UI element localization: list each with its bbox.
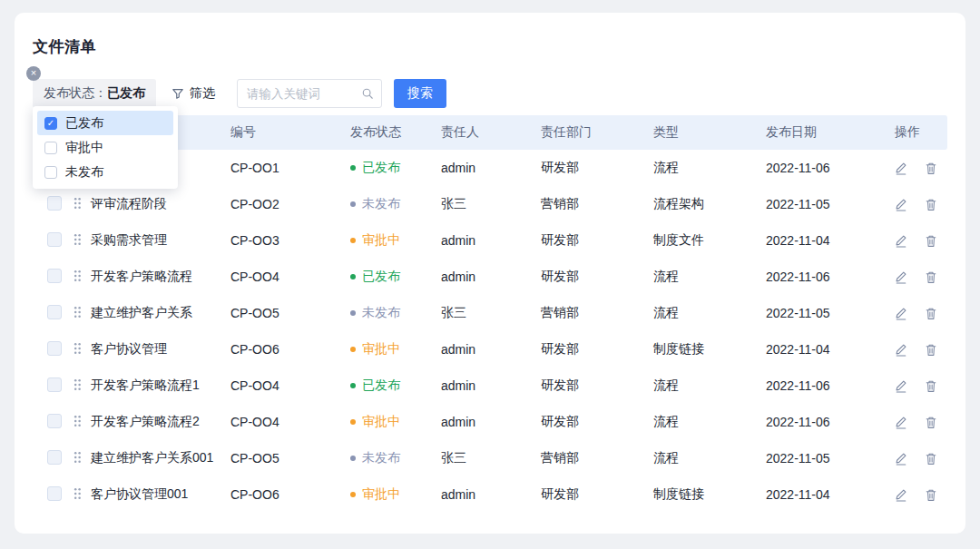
drag-handle-icon[interactable] (74, 378, 82, 391)
edit-icon[interactable] (895, 270, 907, 284)
remove-filter-icon[interactable]: × (26, 66, 41, 81)
row-checkbox[interactable] (47, 341, 62, 356)
status-option-label: 审批中 (65, 140, 103, 156)
status-option-label: 未发布 (65, 164, 103, 181)
row-code: CP-OO4 (230, 378, 350, 393)
row-checkbox[interactable] (47, 450, 62, 465)
delete-icon[interactable] (925, 234, 937, 248)
row-name: 建立维护客户关系 (91, 305, 230, 321)
delete-icon[interactable] (925, 379, 937, 393)
drag-handle-icon[interactable] (74, 487, 82, 500)
delete-icon[interactable] (925, 488, 937, 502)
row-status: 审批中 (350, 414, 441, 430)
status-dot-icon (350, 165, 356, 171)
row-code: CP-OO4 (230, 415, 350, 429)
checkbox-checked-icon[interactable]: ✓ (44, 117, 57, 130)
row-dept: 研发部 (541, 269, 653, 285)
status-option-审批中[interactable]: 审批中 (37, 135, 173, 160)
col-header-actions: 操作 (895, 124, 947, 141)
row-status: 审批中 (350, 232, 441, 249)
row-date: 2022-11-04 (766, 233, 895, 248)
row-date: 2022-11-05 (766, 306, 895, 320)
toolbar: × 发布状态：已发布 筛选 搜索 (33, 79, 947, 108)
table-row: 开发客户策略流程2 CP-OO4 审批中 admin 研发部 流程 2022-1… (33, 404, 947, 440)
row-name: 开发客户策略流程1 (91, 377, 230, 394)
delete-icon[interactable] (925, 162, 937, 175)
checkbox-icon[interactable] (44, 166, 57, 179)
row-dept: 营销部 (541, 305, 653, 321)
edit-icon[interactable] (895, 488, 907, 502)
row-dept: 研发部 (541, 486, 653, 503)
edit-icon[interactable] (895, 198, 907, 211)
drag-handle-icon[interactable] (74, 342, 82, 355)
filter-button[interactable]: 筛选 (172, 85, 215, 102)
status-option-已发布[interactable]: ✓已发布 (37, 111, 173, 135)
row-dept: 研发部 (541, 232, 653, 249)
drag-handle-icon[interactable] (74, 451, 82, 464)
row-checkbox[interactable] (47, 196, 62, 211)
status-option-未发布[interactable]: 未发布 (37, 160, 173, 184)
drag-handle-icon[interactable] (74, 415, 82, 427)
row-checkbox[interactable] (47, 232, 62, 247)
edit-icon[interactable] (895, 379, 907, 393)
delete-icon[interactable] (925, 198, 937, 211)
row-date: 2022-11-06 (766, 161, 895, 175)
delete-icon[interactable] (925, 416, 937, 429)
row-owner: admin (441, 161, 541, 175)
row-status: 未发布 (350, 196, 441, 212)
row-code: CP-OO5 (230, 451, 350, 466)
row-dept: 营销部 (541, 196, 653, 212)
row-checkbox[interactable] (47, 414, 62, 428)
row-date: 2022-11-05 (766, 451, 895, 466)
row-type: 流程 (653, 450, 766, 466)
status-dot-icon (350, 492, 356, 497)
row-checkbox[interactable] (47, 269, 62, 283)
table-row: 开发客户策略流程 CP-OO4 已发布 admin 研发部 流程 2022-11… (33, 259, 947, 295)
row-status: 审批中 (350, 486, 441, 503)
row-checkbox[interactable] (47, 486, 62, 501)
table-row: 采购需求管理 CP-OO3 审批中 admin 研发部 制度文件 2022-11… (33, 222, 947, 259)
row-type: 流程 (653, 160, 766, 176)
row-owner: admin (441, 342, 541, 357)
delete-icon[interactable] (925, 452, 937, 466)
table-row: 建立维护客户关系 CP-OO5 未发布 张三 营销部 流程 2022-11-05 (33, 295, 947, 331)
delete-icon[interactable] (925, 307, 937, 320)
drag-handle-icon[interactable] (74, 197, 82, 210)
edit-icon[interactable] (895, 416, 907, 429)
drag-handle-icon[interactable] (74, 306, 82, 319)
row-status: 已发布 (350, 377, 441, 394)
status-filter-chip[interactable]: 发布状态：已发布 (33, 79, 156, 108)
col-header-date: 发布日期 (766, 124, 895, 141)
row-checkbox[interactable] (47, 305, 62, 319)
row-checkbox[interactable] (47, 377, 62, 392)
row-code: CP-OO4 (230, 270, 350, 284)
delete-icon[interactable] (925, 270, 937, 284)
edit-icon[interactable] (895, 234, 907, 248)
edit-icon[interactable] (895, 343, 907, 357)
col-header-dept: 责任部门 (541, 124, 653, 141)
funnel-icon (172, 87, 184, 100)
status-filter-wrap: × 发布状态：已发布 (33, 79, 156, 108)
row-code: CP-OO2 (230, 197, 350, 211)
row-type: 流程 (653, 377, 766, 394)
row-date: 2022-11-04 (766, 342, 895, 357)
keyword-input[interactable] (237, 79, 382, 108)
drag-handle-icon[interactable] (74, 270, 82, 282)
checkbox-icon[interactable] (44, 142, 57, 154)
row-owner: 张三 (441, 450, 541, 466)
edit-icon[interactable] (895, 307, 907, 320)
table-row: 客户协议管理 CP-OO6 审批中 admin 研发部 制度链接 2022-11… (33, 331, 947, 368)
row-owner: admin (441, 378, 541, 393)
row-date: 2022-11-05 (766, 197, 895, 211)
row-name: 采购需求管理 (91, 232, 230, 249)
status-dot-icon (350, 456, 356, 461)
row-status: 未发布 (350, 450, 441, 466)
row-code: CP-OO3 (230, 233, 350, 248)
search-button[interactable]: 搜索 (394, 79, 446, 108)
drag-handle-icon[interactable] (74, 233, 82, 246)
delete-icon[interactable] (925, 343, 937, 357)
row-status: 已发布 (350, 160, 441, 176)
edit-icon[interactable] (895, 162, 907, 175)
row-type: 制度链接 (653, 341, 766, 358)
edit-icon[interactable] (895, 452, 907, 466)
